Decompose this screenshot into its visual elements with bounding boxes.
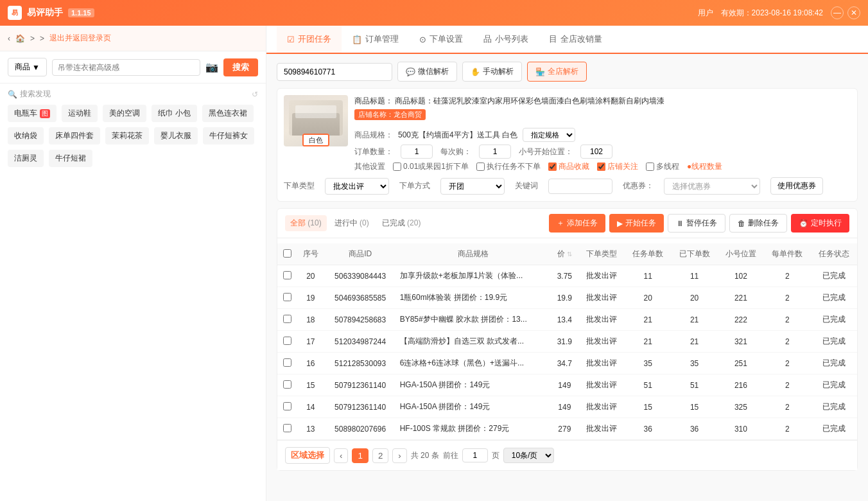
order-type-select[interactable]: 批发出评 <box>325 178 389 195</box>
fullstore-parse-button[interactable]: 🏪 全店解析 <box>527 62 587 82</box>
sidebar-search: 商品 ▼ 📷 搜索 <box>0 51 266 84</box>
user-info: 用户 <box>698 8 713 19</box>
input-row: 💬 微信解析 ✋ 手动解析 🏪 全店解析 <box>277 62 858 82</box>
tab-order-mgmt[interactable]: 📋 订单管理 <box>342 26 409 54</box>
refresh-icon[interactable]: ↺ <box>252 90 258 99</box>
row-checkbox[interactable] <box>283 315 291 323</box>
add-task-button[interactable]: ＋ 添加任务 <box>549 214 605 233</box>
task-table-container: 序号 商品ID 商品规格 价 ⇅ 下单类型 任务单数 已下单数 小号位置 每单件… <box>277 243 857 440</box>
nav-home-icon: 🏠 <box>15 34 25 43</box>
page-1-button[interactable]: 1 <box>352 448 368 463</box>
checkbox-collect[interactable]: 商品收藏 <box>548 161 589 172</box>
checkbox-multiline[interactable]: 多线程 <box>646 161 679 172</box>
qty-input[interactable] <box>401 145 433 159</box>
play-icon: ▶ <box>617 219 623 228</box>
nav-logout-link[interactable]: 退出并返回登录页 <box>49 33 111 44</box>
list-item[interactable]: 牛仔短裙 <box>49 150 92 167</box>
product-top: 白色 商品标题： 商品标题：硅藻泥乳胶漆室内家用环保彩色墙面漆白色刷墙涂料翻新自… <box>284 95 851 172</box>
table-row: 16 512128530093 6连冰格+6连冰球（黑色）+送漏斗... 34.… <box>277 353 857 374</box>
row-checkbox[interactable] <box>283 271 291 279</box>
coupon-select[interactable]: 选择优惠券 <box>664 178 760 195</box>
row-checkbox[interactable] <box>283 380 291 389</box>
shop-name-tag: 店铺名称：龙合商贸 <box>354 109 426 120</box>
main-layout: ‹ 🏠 > > 退出并返回登录页 商品 ▼ 📷 搜索 🔍 搜索发现 ↺ 电瓶车 <box>0 26 868 501</box>
task-tab-done[interactable]: 已完成 (20) <box>377 215 426 231</box>
discover-label: 🔍 搜索发现 ↺ <box>0 84 266 102</box>
close-button[interactable]: ✕ <box>847 6 860 19</box>
page-size-select[interactable]: 10条/页 20条/页 50条/页 <box>503 448 554 463</box>
spec-select[interactable]: 指定规格 <box>523 128 575 142</box>
app-logo: 易 <box>8 6 22 20</box>
task-tab-inprogress[interactable]: 进行中 (0) <box>329 215 374 231</box>
pause-task-button[interactable]: ⏸ 暂停任务 <box>668 214 725 233</box>
list-item[interactable]: 婴儿衣服 <box>154 127 198 145</box>
wechat-icon: 💬 <box>406 67 415 76</box>
list-item[interactable]: 洁厕灵 <box>8 150 44 167</box>
plus-icon: ＋ <box>557 218 564 229</box>
checkbox-0-01[interactable]: 0.01或果园1折下单 <box>393 161 469 172</box>
row-checkbox[interactable] <box>283 358 291 367</box>
start-task-button[interactable]: ▶ 开始任务 <box>609 214 664 233</box>
task-tab-all[interactable]: 全部 (10) <box>285 215 327 231</box>
timed-exec-button[interactable]: ⏰ 定时执行 <box>791 214 849 233</box>
page-2-button[interactable]: 2 <box>372 448 388 463</box>
right-panel: ☑ 开团任务 📋 订单管理 ⊙ 下单设置 品 小号列表 目 全店改销量 <box>266 26 868 501</box>
keyword-label: 关键词 <box>515 180 538 191</box>
table-row: 17 512034987244 【高端防滑炒】自选三双 款式发者... 31.9… <box>277 331 857 353</box>
checkbox-no-task[interactable]: 执行任务不下单 <box>476 161 541 172</box>
checkbox-follow[interactable]: 店铺关注 <box>597 161 638 172</box>
window-controls: — ✕ <box>831 6 860 19</box>
tab-icon: 品 <box>483 33 492 45</box>
tab-icon: ☑ <box>287 35 295 44</box>
list-item[interactable]: 牛仔短裤女 <box>203 127 254 145</box>
row-checkbox[interactable] <box>283 293 291 301</box>
next-page-button[interactable]: › <box>392 448 406 463</box>
search-input[interactable] <box>52 59 200 76</box>
use-coupon-button[interactable]: 使用优惠券 <box>770 177 823 195</box>
tab-order-settings[interactable]: ⊙ 下单设置 <box>409 26 473 54</box>
prev-page-button[interactable]: ‹ <box>334 448 348 463</box>
tab-open-group[interactable]: ☑ 开团任务 <box>277 26 342 54</box>
nav-sep1: > <box>30 34 35 43</box>
row-checkbox[interactable] <box>283 424 291 432</box>
list-item[interactable]: 电瓶车 图 <box>8 105 56 122</box>
wechat-parse-button[interactable]: 💬 微信解析 <box>397 62 457 82</box>
list-item[interactable]: 美的空调 <box>103 105 146 122</box>
select-all-checkbox[interactable] <box>283 249 291 258</box>
nav-back-button[interactable]: ‹ <box>8 34 10 43</box>
list-item[interactable]: 运动鞋 <box>62 105 98 122</box>
minimize-button[interactable]: — <box>831 6 844 19</box>
titlebar-left: 易 易评助手 1.1.15 <box>8 6 94 20</box>
small-start-input[interactable] <box>580 145 612 159</box>
store-icon: 🏪 <box>535 67 545 76</box>
product-id-input[interactable] <box>277 63 392 81</box>
list-item[interactable]: 收纳袋 <box>8 127 44 145</box>
content-area: 💬 微信解析 ✋ 手动解析 🏪 全店解析 <box>266 54 868 501</box>
tag-grid: 电瓶车 图 运动鞋 美的空调 纸巾 小包 黑色连衣裙 收纳袋 床单四件套 茉莉花… <box>0 102 266 170</box>
row-checkbox[interactable] <box>283 337 291 345</box>
delete-task-button[interactable]: 🗑 删除任务 <box>729 214 787 233</box>
hand-icon: ✋ <box>471 67 480 76</box>
each-buy-input[interactable] <box>479 145 511 159</box>
tab-small-account[interactable]: 品 小号列表 <box>473 26 539 54</box>
list-item[interactable]: 茉莉花茶 <box>105 127 149 145</box>
list-item[interactable]: 纸巾 小包 <box>152 105 197 122</box>
goto-page-input[interactable] <box>462 448 488 462</box>
table-header: 序号 商品ID 商品规格 价 ⇅ 下单类型 任务单数 已下单数 小号位置 每单件… <box>277 243 857 265</box>
list-item[interactable]: 黑色连衣裙 <box>202 105 254 122</box>
search-button[interactable]: 搜索 <box>223 58 258 76</box>
manual-parse-button[interactable]: ✋ 手动解析 <box>462 62 522 82</box>
row-checkbox[interactable] <box>283 402 291 410</box>
tab-icon: 📋 <box>352 35 362 44</box>
task-list-container: 全部 (10) 进行中 (0) 已完成 (20) ＋ 添加任务 <box>277 208 858 471</box>
color-white-button[interactable]: 白色 <box>302 134 329 146</box>
search-type-button[interactable]: 商品 ▼ <box>8 58 47 76</box>
area-select-button[interactable]: 区域选择 <box>285 447 330 464</box>
camera-icon[interactable]: 📷 <box>205 61 218 73</box>
pagination: 区域选择 ‹ 1 2 › 共 20 条 前往 页 10条/页 20条/页 50条… <box>277 440 857 470</box>
order-method-select[interactable]: 开团 <box>440 178 505 195</box>
list-item[interactable]: 床单四件套 <box>49 127 100 145</box>
tab-store-sales[interactable]: 目 全店改销量 <box>539 26 612 54</box>
task-buttons: ＋ 添加任务 ▶ 开始任务 ⏸ 暂停任务 🗑 <box>549 214 849 233</box>
keyword-input[interactable] <box>548 179 612 194</box>
